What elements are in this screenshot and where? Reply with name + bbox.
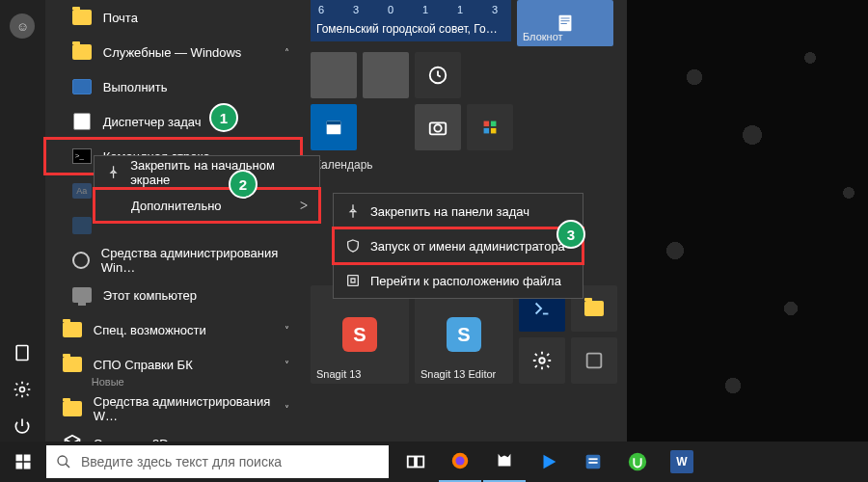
taskbar-search[interactable]: Введите здесь текст для поиска: [46, 445, 389, 478]
taskbar-firefox[interactable]: [439, 442, 481, 482]
ctx-open-location[interactable]: Перейти к расположению файла: [334, 263, 583, 298]
chevron-down-icon: ˅: [285, 404, 289, 415]
regedit-icon: [72, 217, 92, 234]
app-system-folder[interactable]: Служебные — Windows ˄: [45, 35, 301, 69]
app-taskmgr-label: Диспетчер задач: [103, 115, 202, 129]
blank-icon: [106, 198, 122, 213]
app-spo-label: СПО Справки БК: [94, 358, 193, 372]
folder-icon: [584, 301, 604, 316]
tile-store[interactable]: [467, 104, 513, 150]
snagit-editor-icon: S: [447, 317, 481, 352]
chevron-right-icon: ᐳ: [300, 200, 308, 212]
app-admin-tools2-label: Средства администрирования W…: [94, 394, 273, 423]
context-submenu-more: Закрепить на панели задач Запуск от имен…: [333, 193, 583, 299]
gear-icon: [72, 252, 90, 269]
word-icon: W: [670, 450, 693, 473]
ctx-run-admin-label: Запуск от имени администратора: [370, 239, 565, 254]
weather-val: 6: [316, 4, 326, 15]
app-mail-label: Почта: [103, 11, 138, 25]
weather-val: 1: [455, 4, 465, 15]
pc-icon: [72, 287, 92, 303]
folder-icon: [63, 401, 82, 416]
svg-rect-24: [417, 457, 423, 468]
folder-icon: [63, 357, 82, 372]
power-rail-icon[interactable]: [13, 416, 32, 436]
chevron-down-icon: ˅: [285, 325, 289, 335]
app-accessibility-label: Спец. возможности: [94, 323, 206, 337]
user-avatar[interactable]: ☺: [10, 13, 35, 39]
snagit-icon: S: [342, 317, 377, 352]
taskbar-utorrent[interactable]: [616, 442, 659, 482]
tile-snagit-editor-label: Snagit 13 Editor: [420, 368, 507, 380]
tile-notepad-label: Блокнот: [523, 31, 608, 42]
weather-val: 3: [490, 4, 500, 15]
app-run[interactable]: Выполнить: [45, 69, 301, 104]
taskbar-app-blue[interactable]: [572, 442, 614, 482]
context-menu-cmd: Закрепить на начальном экране Дополнител…: [94, 155, 320, 223]
ctx-open-location-label: Перейти к расположению файла: [370, 274, 561, 288]
annotation-badge-1: 1: [209, 103, 238, 132]
weather-tile-caption[interactable]: Гомельский городской совет, Го…: [311, 19, 511, 41]
tile-snagit-label: Snagit 13: [316, 368, 403, 380]
app-this-pc[interactable]: Этот компьютер: [45, 278, 301, 312]
taskbar-app-cat[interactable]: [483, 442, 526, 482]
taskbar-media-player[interactable]: [528, 442, 570, 482]
ctx-pin-taskbar[interactable]: Закрепить на панели задач: [334, 194, 583, 228]
app-taskmgr[interactable]: Диспетчер задач: [45, 104, 301, 139]
ctx-pin-start[interactable]: Закрепить на начальном экране: [95, 156, 319, 189]
app-admin-tools-label: Средства администрирования Win…: [101, 246, 289, 275]
app-spo[interactable]: СПО Справки БК ˅: [45, 347, 301, 382]
svg-point-1: [20, 388, 25, 392]
folder-icon: [72, 10, 92, 25]
taskbar: Введите здесь текст для поиска W: [0, 442, 868, 482]
cmd-icon: >_: [72, 148, 92, 164]
app-this-pc-label: Этот компьютер: [103, 288, 197, 303]
svg-rect-3: [560, 18, 569, 19]
ctx-run-admin[interactable]: Запуск от имени администратора: [334, 228, 583, 263]
ctx-pin-start-label: Закрепить на начальном экране: [130, 158, 308, 187]
app-admin-tools[interactable]: Средства администрирования Win…: [45, 243, 301, 278]
svg-point-15: [539, 358, 545, 363]
taskbar-word[interactable]: W: [661, 442, 703, 482]
tile-clock[interactable]: [415, 52, 461, 98]
settings-rail-icon[interactable]: [13, 380, 32, 399]
taskmgr-icon: [73, 113, 91, 130]
svg-rect-21: [24, 463, 31, 469]
tile-snagit[interactable]: S Snagit 13: [311, 285, 409, 384]
documents-rail-icon[interactable]: [13, 343, 32, 362]
tile-notepad[interactable]: Блокнот: [517, 0, 613, 46]
svg-rect-17: [348, 276, 359, 286]
tile-blank-2[interactable]: [363, 52, 409, 98]
weather-val: 1: [420, 4, 430, 15]
app-admin-tools2[interactable]: Средства администрирования W… ˅: [45, 391, 301, 426]
svg-rect-0: [17, 346, 29, 361]
app-accessibility[interactable]: Спец. возможности ˅: [45, 312, 301, 347]
tile-blank-1[interactable]: [311, 52, 357, 98]
annotation-badge-2: 2: [229, 170, 258, 199]
tile-calendar[interactable]: [311, 104, 357, 150]
tile-extra[interactable]: [571, 337, 617, 384]
app-run-label: Выполнить: [103, 80, 168, 94]
file-location-icon: [345, 273, 361, 288]
svg-rect-19: [24, 455, 31, 462]
svg-rect-16: [587, 354, 602, 368]
tile-settings[interactable]: [519, 337, 565, 384]
svg-rect-23: [408, 457, 415, 468]
folder-icon: [72, 44, 92, 60]
taskbar-search-placeholder: Введите здесь текст для поиска: [81, 454, 282, 469]
svg-rect-12: [491, 121, 497, 126]
svg-rect-28: [588, 458, 597, 460]
svg-rect-20: [16, 463, 23, 469]
start-button[interactable]: [0, 442, 46, 482]
svg-rect-4: [560, 20, 569, 21]
tile-camera[interactable]: [415, 104, 461, 150]
tile-snagit-editor[interactable]: S Snagit 13 Editor: [415, 285, 513, 384]
taskview-button[interactable]: [394, 442, 437, 482]
app-mail[interactable]: Почта: [45, 0, 301, 35]
chevron-up-icon: ˄: [285, 47, 289, 58]
chevron-down-icon: ˅: [285, 360, 289, 370]
ctx-more[interactable]: Дополнительно ᐳ: [95, 189, 319, 222]
annotation-badge-3: 3: [556, 220, 585, 249]
start-rail: ☺: [0, 0, 45, 442]
svg-rect-13: [484, 128, 490, 134]
